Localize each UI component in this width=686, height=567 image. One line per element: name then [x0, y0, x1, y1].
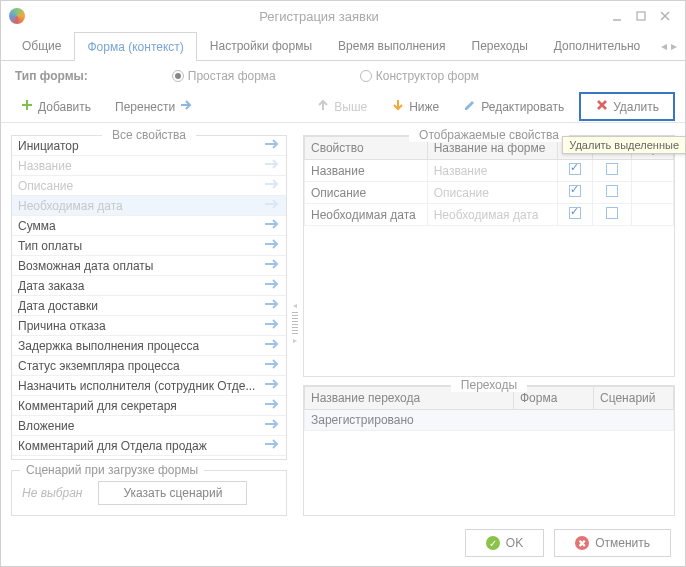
checkbox-readonly[interactable]: [606, 163, 618, 175]
tab-4[interactable]: Переходы: [459, 31, 541, 60]
checkbox-readonly[interactable]: [606, 207, 618, 219]
cancel-label: Отменить: [595, 536, 650, 550]
splitter[interactable]: ◂ ▸: [289, 129, 301, 516]
ok-label: OK: [506, 536, 523, 550]
up-label: Выше: [334, 100, 367, 114]
property-label: Сумма: [18, 219, 56, 233]
move-right-icon[interactable]: [264, 218, 280, 233]
property-label: Возможная дата оплаты: [18, 259, 153, 273]
checkbox-readonly[interactable]: [606, 185, 618, 197]
checkbox-required[interactable]: [569, 185, 581, 197]
move-right-icon[interactable]: [264, 298, 280, 313]
move-right-icon[interactable]: [264, 198, 280, 213]
property-row[interactable]: Статус экземпляра процесса: [12, 356, 286, 376]
tab-prev[interactable]: ◂: [661, 39, 667, 53]
scenario-group: Сценарий при загрузке формы Не выбран Ук…: [11, 470, 287, 516]
property-row[interactable]: Название: [12, 156, 286, 176]
arrow-up-icon: [316, 98, 330, 115]
move-right-icon[interactable]: [264, 238, 280, 253]
move-button[interactable]: Перенести: [106, 94, 202, 119]
cancel-icon: ✖: [575, 536, 589, 550]
property-row[interactable]: Назначить исполнителя (сотрудник Отде...: [12, 376, 286, 396]
move-right-icon[interactable]: [264, 398, 280, 413]
arrow-down-icon: [391, 98, 405, 115]
property-label: Описание: [18, 179, 73, 193]
table-row[interactable]: НазваниеНазвание: [305, 160, 674, 182]
splitter-handle-icon: [292, 312, 298, 334]
tab-3[interactable]: Время выполнения: [325, 31, 458, 60]
move-label: Перенести: [115, 100, 175, 114]
maximize-button[interactable]: [629, 4, 653, 28]
add-button[interactable]: Добавить: [11, 94, 100, 119]
minimize-button[interactable]: [605, 4, 629, 28]
move-right-icon[interactable]: [264, 138, 280, 153]
table-row[interactable]: ОписаниеОписание: [305, 182, 674, 204]
property-label: Тип оплаты: [18, 239, 82, 253]
checkbox-required[interactable]: [569, 163, 581, 175]
property-row[interactable]: Комментарий для секретаря: [12, 396, 286, 416]
radio-simple-label: Простая форма: [188, 69, 276, 83]
property-row[interactable]: Необходимая дата: [12, 196, 286, 216]
property-label: Дата доставки: [18, 299, 98, 313]
tab-5[interactable]: Дополнительно: [541, 31, 653, 60]
select-scenario-button[interactable]: Указать сценарий: [98, 481, 247, 505]
cell-prop: Название: [305, 160, 428, 182]
property-row[interactable]: Тип оплаты: [12, 236, 286, 256]
all-props-legend: Все свойства: [102, 128, 196, 142]
move-right-icon[interactable]: [264, 418, 280, 433]
move-right-icon[interactable]: [264, 438, 280, 453]
window-title: Регистрация заявки: [33, 9, 605, 24]
radio-form-builder[interactable]: Конструктор форм: [360, 69, 479, 83]
property-row[interactable]: Задержка выполнения процесса: [12, 336, 286, 356]
checkbox-required[interactable]: [569, 207, 581, 219]
property-row[interactable]: Комментарий для Отдела продаж: [12, 436, 286, 456]
property-label: Комментарий для Отдела продаж: [18, 439, 207, 453]
property-label: Дата заказа: [18, 279, 84, 293]
close-button[interactable]: [653, 4, 677, 28]
move-right-icon[interactable]: [264, 278, 280, 293]
cell-prop: Необходимая дата: [305, 204, 428, 226]
property-row[interactable]: Описание: [12, 176, 286, 196]
form-type-label: Тип формы:: [15, 69, 88, 83]
cell-name: Необходимая дата: [427, 204, 557, 226]
footer: ✓OK ✖Отменить: [1, 520, 685, 566]
property-row[interactable]: Дата заказа: [12, 276, 286, 296]
tab-next[interactable]: ▸: [671, 39, 677, 53]
property-row[interactable]: Срок исполнения: [12, 456, 286, 459]
check-icon: ✓: [486, 536, 500, 550]
tab-nav: ◂ ▸: [661, 39, 677, 53]
property-label: Название: [18, 159, 72, 173]
move-right-icon[interactable]: [264, 258, 280, 273]
all-properties-list[interactable]: ИнициаторНазваниеОписаниеНеобходимая дат…: [12, 136, 286, 459]
property-label: Назначить исполнителя (сотрудник Отде...: [18, 379, 255, 393]
col-trans-scn[interactable]: Сценарий: [594, 387, 674, 410]
tab-2[interactable]: Настройки формы: [197, 31, 325, 60]
move-right-icon[interactable]: [264, 318, 280, 333]
property-row[interactable]: Вложение: [12, 416, 286, 436]
tab-1[interactable]: Форма (контекст): [74, 32, 196, 61]
property-row[interactable]: Дата доставки: [12, 296, 286, 316]
down-button[interactable]: Ниже: [382, 94, 448, 119]
move-right-icon[interactable]: [264, 338, 280, 353]
table-row[interactable]: Зарегистрировано: [305, 410, 674, 431]
table-row[interactable]: Необходимая датаНеобходимая дата: [305, 204, 674, 226]
up-button[interactable]: Выше: [307, 94, 376, 119]
property-row[interactable]: Возможная дата оплаты: [12, 256, 286, 276]
move-right-icon[interactable]: [264, 158, 280, 173]
property-label: Задержка выполнения процесса: [18, 339, 199, 353]
cancel-button[interactable]: ✖Отменить: [554, 529, 671, 557]
property-row[interactable]: Причина отказа: [12, 316, 286, 336]
edit-button[interactable]: Редактировать: [454, 94, 573, 119]
ok-button[interactable]: ✓OK: [465, 529, 544, 557]
property-row[interactable]: Сумма: [12, 216, 286, 236]
transitions-table[interactable]: Название перехода Форма Сценарий Зарегис…: [304, 386, 674, 431]
move-right-icon[interactable]: [264, 458, 280, 459]
property-label: Срок исполнения: [18, 459, 114, 460]
move-right-icon[interactable]: [264, 378, 280, 393]
move-right-icon[interactable]: [264, 358, 280, 373]
add-label: Добавить: [38, 100, 91, 114]
tab-0[interactable]: Общие: [9, 31, 74, 60]
radio-simple-form[interactable]: Простая форма: [172, 69, 276, 83]
move-right-icon[interactable]: [264, 178, 280, 193]
delete-button[interactable]: Удалить: [579, 92, 675, 121]
